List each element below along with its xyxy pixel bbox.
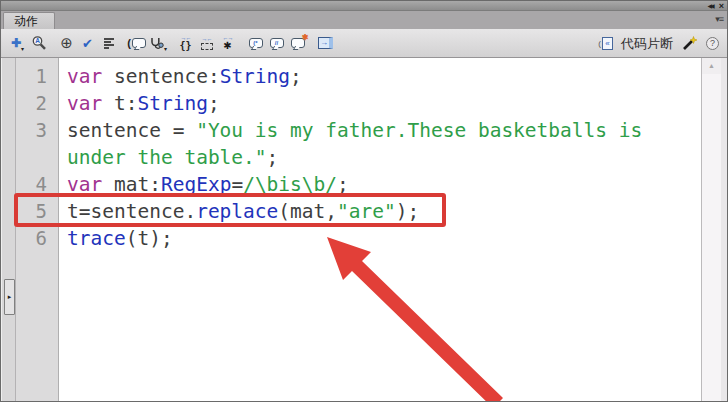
show-hide-toolbox-button[interactable]: → (315, 32, 336, 55)
format-lines-icon (102, 36, 116, 50)
panel-right-edge (721, 58, 727, 402)
code-segment: ; (208, 92, 220, 115)
add-script-button[interactable]: ✚▾ (7, 32, 28, 55)
code-segment: t: (102, 92, 137, 115)
collapse-selection-button[interactable]: →← (196, 32, 217, 55)
line-number-gutter: 1 2 3 4 5 6 (16, 58, 59, 402)
snippet-paren-glyph: ( (598, 39, 601, 48)
code-line-6: trace(t); (59, 225, 701, 252)
code-segment: ; (290, 65, 302, 88)
vertical-scrollbar[interactable]: ▲ (701, 58, 721, 402)
code-line-3-wrap: under the table."; (59, 144, 701, 171)
target-crosshair-icon: ⊕ (60, 34, 73, 52)
dashed-selection-icon (201, 43, 213, 50)
code-segment: "are" (337, 200, 396, 223)
code-line-3: sentence = "You is my father.These baske… (59, 117, 701, 144)
code-segment: under the table." (67, 146, 267, 169)
code-segment: var (67, 173, 102, 196)
scroll-up-button[interactable]: ▲ (702, 58, 721, 74)
code-segment: sentence: (102, 65, 219, 88)
show-code-hint-button[interactable]: ( (126, 32, 147, 55)
code-line-2: var t:String; (59, 90, 701, 117)
code-segment: = (231, 173, 243, 196)
code-segment: "You is my father.These basketballs is (196, 119, 642, 142)
line-number: 6 (16, 225, 58, 252)
tab-actions[interactable]: 动作 (3, 12, 55, 29)
expand-all-button[interactable]: ←→ ✱ (217, 32, 238, 55)
code-snippets-label[interactable]: 代码片断 (621, 35, 673, 53)
collapse-to-icons-button[interactable]: ◀◀ (708, 1, 713, 11)
code-snippets-button[interactable]: ( « (598, 37, 613, 50)
toolbox-panel-icon: → (318, 37, 333, 49)
line-number: 5 (16, 198, 58, 225)
code-segment: var (67, 65, 102, 88)
search-icon: A (31, 35, 47, 51)
left-pane-splitter[interactable]: ▸ (1, 58, 16, 402)
plus-icon: ✚ (11, 36, 21, 50)
line-number: 3 (16, 117, 58, 144)
code-segment: sentence = (67, 119, 196, 142)
paren-glyph: ( (127, 37, 131, 49)
code-hint-bubble-icon (132, 38, 146, 48)
tab-strip: 动作 ▾≡ (1, 11, 727, 29)
code-segment: t=sentence. (67, 200, 196, 223)
code-segment: /\bis\b/ (243, 173, 337, 196)
auto-format-button[interactable] (98, 32, 119, 55)
magic-wand-icon[interactable] (681, 35, 698, 52)
code-segment: (t); (126, 227, 173, 250)
asterisk-icon: ✱ (223, 41, 231, 51)
code-segment: ; (337, 173, 349, 196)
script-toolbar: ✚▾ A ⊕ ✔ ( (1, 29, 727, 58)
panel-menu-icon[interactable]: ▾≡ (715, 14, 723, 24)
remove-comment-button[interactable]: ✱ (287, 32, 308, 55)
line-number: 4 (16, 171, 58, 198)
code-segment: (mat, (278, 200, 337, 223)
chevron-down-icon: ▾ (164, 45, 167, 52)
find-button[interactable]: A (28, 32, 49, 55)
actions-panel: ◀◀ × 动作 ▾≡ ✚▾ A ⊕ ✔ (0, 0, 728, 402)
collapse-between-braces-button[interactable]: →← {} (175, 32, 196, 55)
snippet-document-icon: « (602, 37, 613, 50)
chevron-down-icon: ▾ (21, 45, 24, 52)
code-segment: RegExp (161, 173, 231, 196)
code-line-4: var mat:RegExp=/\bis\b/; (59, 171, 701, 198)
panel-title-bar: ◀◀ × (1, 1, 727, 11)
line-comment-bubble-icon: // (270, 38, 284, 48)
debug-options-button[interactable]: ▾ (147, 32, 168, 55)
code-line-5: t=sentence.replace(mat,"are"); (59, 198, 701, 225)
block-comment-bubble-icon: (* (249, 38, 263, 48)
code-segment: trace (67, 227, 126, 250)
code-segment: var (67, 92, 102, 115)
close-icon[interactable]: × (719, 1, 724, 11)
line-number (16, 144, 58, 171)
debug-stethoscope-icon (148, 36, 164, 51)
insert-target-path-button[interactable]: ⊕ (56, 32, 77, 55)
apply-line-comment-button[interactable]: // (266, 32, 287, 55)
svg-text:A: A (35, 37, 40, 44)
code-editor[interactable]: var sentence:String; var t:String; sente… (59, 58, 701, 402)
code-segment: ; (267, 146, 279, 169)
braces-icon: {} (179, 41, 191, 51)
check-syntax-button[interactable]: ✔ (77, 32, 98, 55)
tab-actions-label: 动作 (14, 13, 38, 30)
checkmark-icon: ✔ (82, 36, 93, 51)
help-icon[interactable]: ? (706, 37, 719, 50)
apply-block-comment-button[interactable]: (* (245, 32, 266, 55)
code-segment: String (220, 65, 290, 88)
code-segment: String (137, 92, 207, 115)
inward-arrows-icon: →← (202, 36, 212, 42)
splitter-expand-button[interactable]: ▸ (4, 279, 15, 315)
code-segment: replace (196, 200, 278, 223)
remove-comment-bubble-icon: ✱ (291, 38, 305, 48)
line-number: 2 (16, 90, 58, 117)
code-segment: mat: (102, 173, 161, 196)
orange-star-icon: ✱ (302, 34, 309, 42)
script-pane-body: ▸ 1 2 3 4 5 6 var sentence:String; var t… (1, 58, 727, 402)
code-line-1: var sentence:String; (59, 63, 701, 90)
code-segment: ); (396, 200, 419, 223)
line-number: 1 (16, 63, 58, 90)
